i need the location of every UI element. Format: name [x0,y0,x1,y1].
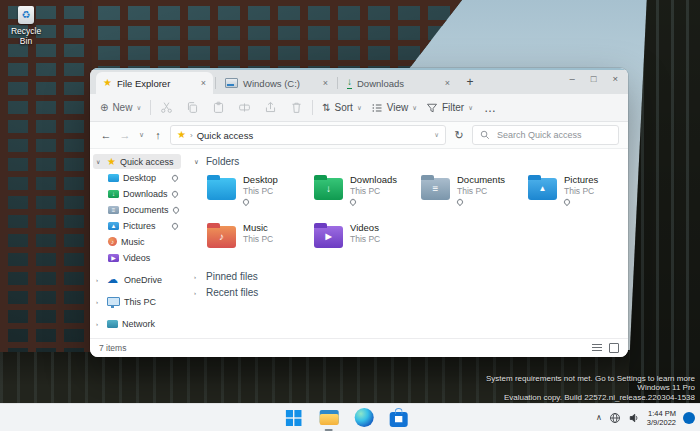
folder-name: Pictures [564,174,598,186]
sort-label: Sort [335,102,353,113]
new-tab-button[interactable]: + [461,73,479,91]
tab-close-icon[interactable]: × [445,78,450,88]
tab-close-icon[interactable]: × [201,78,206,88]
back-button[interactable]: ← [99,129,113,141]
up-button[interactable]: ↑ [151,129,165,141]
sidebar-item-network[interactable]: › Network [93,316,181,331]
clock-time: 1:44 PM [647,409,676,418]
content-pane: ∨ Folders Desktop This PC ↓ [184,149,628,338]
folders-section-header[interactable]: ∨ Folders [194,154,618,169]
watermark-line: System requirements not met. Go to Setti… [486,374,695,384]
address-bar[interactable]: ★ › Quick access ∨ [170,125,446,145]
search-input[interactable] [495,129,611,141]
new-icon: ⊕ [100,103,108,113]
forward-button[interactable]: → [118,129,132,141]
taskbar-file-explorer-button[interactable] [318,407,340,429]
sidebar-item-pictures[interactable]: ▲ Pictures [93,218,181,233]
chevron-right-icon: › [194,274,201,280]
breadcrumb[interactable]: Quick access [197,130,254,141]
volume-icon[interactable] [628,412,640,424]
tab-close-icon[interactable]: × [323,78,328,88]
pin-icon [173,205,179,215]
this-pc-icon [107,297,120,306]
watermark-line: Windows 11 Pro [486,383,695,393]
watermark-line: Evaluation copy. Build 22572.ni_release.… [486,393,695,403]
tab-downloads[interactable]: ↓ Downloads × [340,72,457,94]
filter-button[interactable]: Filter ∨ [426,102,473,114]
clock[interactable]: 1:44 PM 3/9/2022 [647,409,676,427]
music-icon: ♪ [108,237,117,246]
folder-name: Documents [457,174,505,186]
chevron-right-icon[interactable]: › [96,321,103,327]
sidebar-item-onedrive[interactable]: › ☁ OneDrive [93,272,181,287]
recent-files-section-header[interactable]: › Recent files [194,285,618,300]
rename-icon[interactable] [238,101,251,114]
navigation-pane: ∨ ★ Quick access Desktop ↓ Downloads ≡ D… [90,149,184,338]
search-icon [480,130,490,140]
tray-overflow-chevron-icon[interactable]: ∧ [596,414,602,422]
pictures-folder-icon: ▲ [528,178,557,200]
sort-button[interactable]: ⇅ Sort ∨ [322,102,362,113]
details-view-icon[interactable] [592,344,602,352]
delete-icon[interactable] [290,101,303,114]
music-folder-icon: ♪ [207,226,236,248]
folder-tile-desktop[interactable]: Desktop This PC [207,174,314,215]
maximize-button[interactable]: □ [591,73,597,84]
chevron-right-icon[interactable]: › [96,299,103,305]
paste-icon[interactable] [212,101,225,114]
tab-windows-c[interactable]: Windows (C:) × [218,72,335,94]
address-dropdown-chevron[interactable]: ∨ [434,131,439,139]
pin-icon [172,189,178,199]
copy-icon[interactable] [186,101,199,114]
large-icons-view-icon[interactable] [609,343,619,353]
downloads-folder-icon: ↓ [108,190,119,198]
tab-file-explorer[interactable]: ★ File Explorer × [96,72,213,94]
sidebar-item-quick-access[interactable]: ∨ ★ Quick access [93,154,181,169]
view-button[interactable]: View ∨ [371,102,417,114]
minimize-button[interactable]: – [569,73,574,84]
notification-badge[interactable] [683,412,695,424]
taskbar-edge-button[interactable] [353,407,375,429]
sidebar-item-desktop[interactable]: Desktop [93,170,181,185]
sidebar-item-music[interactable]: ♪ Music [93,234,181,249]
sidebar-item-this-pc[interactable]: › This PC [93,294,181,309]
desktop-folder-icon [207,178,236,200]
folder-name: Desktop [243,174,278,186]
toolbar-divider [312,100,313,115]
close-button[interactable]: × [612,73,618,84]
chevron-right-icon[interactable]: › [96,277,103,283]
recent-locations-chevron[interactable]: ∨ [137,131,146,139]
sidebar-item-downloads[interactable]: ↓ Downloads [93,186,181,201]
tab-label: Downloads [357,78,404,89]
refresh-button[interactable]: ↻ [451,129,467,142]
taskbar-store-button[interactable] [388,407,410,429]
see-more-button[interactable]: … [484,101,497,115]
search-box[interactable] [472,125,619,145]
pinned-files-section-header[interactable]: › Pinned files [194,269,618,284]
folder-tile-videos[interactable]: ▶ Videos This PC [314,222,421,263]
sidebar-item-videos[interactable]: ▶ Videos [93,250,181,265]
folder-tile-music[interactable]: ♪ Music This PC [207,222,314,263]
cut-icon[interactable] [160,101,173,114]
folder-tile-downloads[interactable]: ↓ Downloads This PC [314,174,421,215]
clock-date: 3/9/2022 [647,418,676,427]
network-icon[interactable] [609,412,621,424]
recycle-bin-shortcut[interactable]: ♻ Recycle Bin [4,6,48,46]
share-icon[interactable] [264,101,277,114]
pin-icon [349,198,357,206]
recycle-glyph: ♻ [22,10,31,20]
pictures-folder-icon: ▲ [108,222,119,230]
microsoft-store-icon [390,412,408,427]
address-row: ← → ∨ ↑ ★ › Quick access ∨ ↻ [90,122,628,149]
folder-tile-pictures[interactable]: ▲ Pictures This PC [528,174,628,215]
new-button[interactable]: ⊕ New ∨ [100,102,141,113]
section-label: Pinned files [206,271,258,282]
sidebar-item-documents[interactable]: ≡ Documents [93,202,181,217]
start-button[interactable] [283,407,305,429]
videos-folder-icon: ▶ [314,226,343,248]
folder-location: This PC [243,186,278,197]
download-icon: ↓ [347,77,352,89]
folder-tile-documents[interactable]: ≡ Documents This PC [421,174,528,215]
chevron-down-icon[interactable]: ∨ [96,158,103,165]
tab-label: File Explorer [117,78,170,89]
